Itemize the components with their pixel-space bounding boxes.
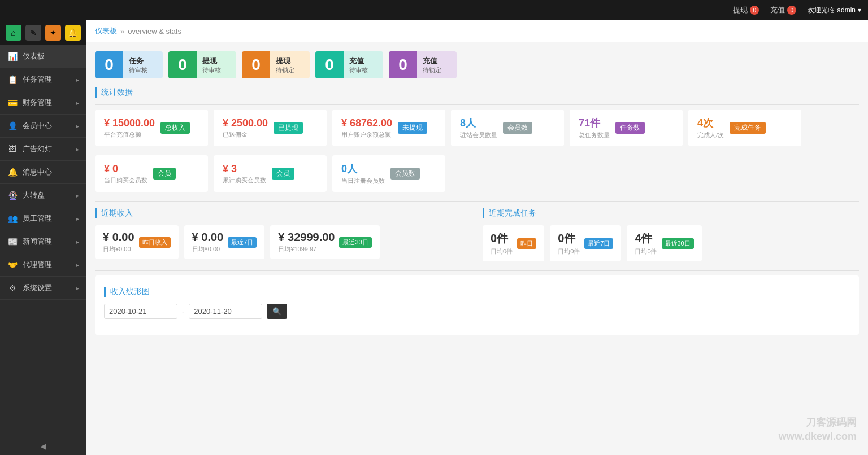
status-num: 0: [95, 51, 123, 78]
stat-val: 0人: [341, 162, 385, 176]
recharge-badge: 0: [787, 6, 796, 15]
status-box-recharge2[interactable]: 0 充值 待锁定: [389, 51, 457, 78]
recent-income-title: 近期收入: [95, 208, 471, 218]
bell-icon-btn[interactable]: 🔔: [65, 25, 81, 41]
stat-badge: 会员: [153, 168, 176, 180]
sidebar-item-ad-light[interactable]: 🖼 广告幻灯 ▸: [0, 138, 86, 161]
breadcrumb: 仪表板 » overview & stats: [86, 20, 868, 42]
welcome-text: 欢迎光临: [808, 6, 835, 15]
stat-sublabel: 驻站会员数量: [460, 131, 497, 139]
finance-icon: 💳: [7, 97, 18, 108]
stat-card-not-withdrawn: ¥ 68762.00 用户账户余额总额 未提现: [332, 110, 445, 146]
withdraw-btn[interactable]: 提现 0: [733, 5, 759, 15]
stat-val: ¥ 68762.00: [341, 117, 392, 129]
sidebar-item-finance-mgmt[interactable]: 💳 财务管理 ▸: [0, 91, 86, 115]
edit-icon-btn[interactable]: ✎: [25, 25, 41, 41]
status-box-withdraw2[interactable]: 0 提现 待锁定: [242, 51, 310, 78]
sidebar-item-agent-mgmt[interactable]: 🤝 代理管理 ▸: [0, 253, 86, 277]
income-val: ¥ 0.00: [103, 231, 134, 244]
chevron-right-icon: ▸: [76, 193, 79, 199]
withdraw-badge: 0: [750, 6, 759, 15]
stat-card-total-member: ¥ 3 累计购买会员数 会员: [214, 155, 327, 192]
task-icon: 📋: [7, 74, 18, 85]
stat-val: ¥ 15000.00: [104, 117, 155, 129]
chevron-right-icon: ▸: [76, 216, 79, 222]
sidebar-item-label: 任务管理: [23, 75, 76, 85]
stat-badge: 会员: [272, 168, 294, 180]
stats-section-title: 统计数据: [95, 88, 859, 98]
stat-badge: 任务数: [615, 122, 645, 134]
sidebar-item-dashboard[interactable]: 📊 仪表板: [0, 45, 86, 68]
status-num: 0: [315, 51, 344, 78]
sidebar-item-turntable[interactable]: 🎡 大转盘 ▸: [0, 184, 86, 207]
breadcrumb-home[interactable]: 仪表板: [95, 26, 117, 36]
stat-val: ¥ 2500.00: [223, 117, 268, 129]
sidebar-item-system-settings[interactable]: ⚙ 系统设置 ▸: [0, 277, 86, 300]
recent-income-section: 近期收入 ¥ 0.00 日均¥0.00 昨日收入 ¥ 0.00: [95, 206, 471, 261]
sidebar-icon-bar: ⌂ ✎ ✦ 🔔: [0, 20, 86, 45]
income-sub: 日均¥0.00: [192, 245, 224, 253]
stat-card-complete-task: 4次 完成人/次 完成任务: [688, 110, 801, 146]
time-badge-7days: 最近7日: [228, 237, 257, 248]
withdraw-label: 提现: [733, 5, 748, 15]
income-sub: 日均¥0.00: [103, 245, 134, 253]
tag-icon-btn[interactable]: ✦: [45, 25, 61, 41]
sidebar-item-news-mgmt[interactable]: 📰 新闻管理 ▸: [0, 230, 86, 253]
stat-badge: 总收入: [160, 122, 190, 134]
search-button[interactable]: 🔍: [267, 304, 287, 319]
status-row: 0 任务 待审核 0 提现 待审核 0 提现: [95, 51, 859, 78]
topbar: 提现 0 充值 0 欢迎光临 admin ▾: [0, 0, 868, 20]
date-end-input[interactable]: [189, 304, 262, 319]
recharge-btn[interactable]: 充值 0: [770, 5, 796, 15]
sidebar-item-task-mgmt[interactable]: 📋 任务管理 ▸: [0, 68, 86, 91]
status-box-task[interactable]: 0 任务 待审核: [95, 51, 163, 78]
ad-icon: 🖼: [7, 143, 18, 155]
sidebar-item-label: 广告幻灯: [23, 144, 76, 154]
stat-sublabel: 完成人/次: [697, 131, 724, 139]
stat-badge: 完成任务: [730, 122, 766, 134]
sidebar-collapse-btn[interactable]: ◀: [0, 437, 86, 455]
recent-tasks-row: 0件 日均0件 昨日 0件 日均0件 最近7日: [483, 225, 859, 261]
sidebar-item-message-center[interactable]: 🔔 消息中心: [0, 161, 86, 184]
home-icon-btn[interactable]: ⌂: [6, 25, 21, 41]
stat-sublabel: 用户账户余额总额: [341, 130, 392, 139]
chevron-right-icon: ▸: [76, 123, 79, 129]
date-separator: -: [182, 307, 184, 316]
time-badge-yesterday: 昨日收入: [139, 237, 171, 248]
stat-card-withdrawn: ¥ 2500.00 已送佣金 已提现: [214, 110, 327, 146]
stat-card-task-count: 71件 总任务数量 任务数: [570, 110, 683, 146]
dashboard-icon: 📊: [7, 51, 18, 62]
date-start-input[interactable]: [104, 304, 177, 319]
stat-val: 71件: [579, 116, 610, 130]
stat-sublabel: 平台充值总额: [104, 130, 155, 139]
stats-grid-row2: ¥ 0 当日购买会员数 会员 ¥ 3 累计购买会员数 会员 0人 当日注册会员数: [95, 155, 859, 192]
settings-icon: ⚙: [7, 282, 18, 294]
sidebar-item-label: 系统设置: [23, 283, 76, 293]
status-num: 0: [168, 51, 197, 78]
status-box-recharge1[interactable]: 0 充值 待审核: [315, 51, 383, 78]
recent-income-yesterday: ¥ 0.00 日均¥0.00 昨日收入: [95, 225, 179, 259]
sidebar-menu: 📊 仪表板 📋 任务管理 ▸ 💳 财务管理 ▸ 👤 会员中心 ▸ 🖼 广告幻灯: [0, 45, 86, 437]
sidebar-item-label: 新闻管理: [23, 237, 76, 247]
sidebar-item-member-center[interactable]: 👤 会员中心 ▸: [0, 115, 86, 138]
task-sub: 日均0件: [558, 247, 580, 256]
recent-income-30days: ¥ 32999.00 日均¥1099.97 最近30日: [270, 225, 379, 259]
task-val: 0件: [491, 231, 513, 246]
status-num: 0: [242, 51, 270, 78]
recent-income-7days: ¥ 0.00 日均¥0.00 最近7日: [184, 225, 265, 259]
time-badge-yesterday: 昨日: [517, 238, 536, 249]
date-range-row: - 🔍: [104, 304, 850, 319]
staff-icon: 👥: [7, 213, 18, 224]
sidebar-item-staff-mgmt[interactable]: 👥 员工管理 ▸: [0, 207, 86, 230]
sidebar-item-label: 仪表板: [23, 51, 79, 62]
status-title: 充值: [349, 56, 368, 66]
turntable-icon: 🎡: [7, 190, 18, 201]
status-sub: 待审核: [349, 66, 368, 75]
status-box-withdraw1[interactable]: 0 提现 待审核: [168, 51, 236, 78]
user-menu[interactable]: 欢迎光临 admin ▾: [808, 6, 861, 15]
stat-sublabel: 已送佣金: [223, 130, 268, 139]
recent-tasks-title: 近期完成任务: [483, 208, 859, 218]
sidebar: ⌂ ✎ ✦ 🔔 📊 仪表板 📋 任务管理 ▸ 💳 财务管理 ▸ 👤 会员中: [0, 20, 86, 455]
recent-tasks-section: 近期完成任务 0件 日均0件 昨日 0件 日均0件: [483, 206, 859, 261]
chevron-right-icon: ▸: [76, 262, 79, 268]
